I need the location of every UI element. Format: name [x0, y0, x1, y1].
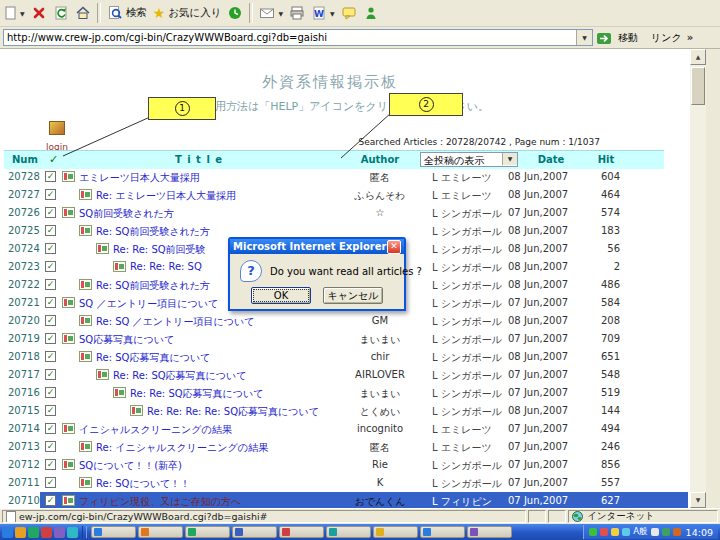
callout-2: 2	[389, 93, 463, 116]
quick-launch-icon[interactable]	[41, 527, 52, 538]
post-title-link[interactable]: Re: SQ ／エントリー項目について	[96, 315, 254, 329]
quick-launch-icon[interactable]	[15, 527, 26, 538]
post-icon	[130, 405, 143, 416]
links-label[interactable]: リンク	[651, 31, 682, 45]
row-checkbox[interactable]: ✓	[45, 387, 56, 398]
home-button[interactable]	[72, 3, 94, 23]
quick-launch-icon[interactable]	[67, 527, 78, 538]
row-checkbox[interactable]: ✓	[45, 405, 56, 416]
row-date: 08 Jun,2007	[508, 315, 568, 326]
row-author: まいまい	[330, 387, 430, 401]
print-button[interactable]	[286, 3, 308, 23]
tray-icon[interactable]	[589, 528, 597, 536]
post-title-link[interactable]: Re: Re: SQ応募写真について	[113, 369, 247, 383]
mail-button[interactable]: ▼	[256, 3, 286, 23]
globe-icon	[572, 511, 583, 522]
row-checkbox[interactable]: ✓	[45, 207, 56, 218]
post-title-link[interactable]: イニシャルスクリーニングの結果	[79, 423, 232, 437]
taskbar-button[interactable]	[467, 526, 512, 538]
post-title-link[interactable]: SQ ／エントリー項目について	[79, 297, 218, 311]
post-title-link[interactable]: Re: Re: Re: Re: SQ応募写真について	[147, 405, 319, 419]
row-checkbox[interactable]: ✓	[45, 171, 56, 182]
taskbar-button[interactable]	[138, 526, 183, 538]
ime-indicator[interactable]: A般	[633, 526, 647, 538]
post-title-link[interactable]: SQについて！！(新卒)	[79, 459, 182, 473]
discuss-button[interactable]	[338, 3, 360, 23]
post-title-link[interactable]: Re: イニシャルスクリーニングの結果	[96, 441, 268, 455]
taskbar-button[interactable]	[279, 526, 324, 538]
cancel-button[interactable]: キャンセル	[323, 287, 383, 304]
search-button[interactable]: 検索	[104, 3, 150, 23]
taskbar-button[interactable]	[326, 526, 371, 538]
post-title-link[interactable]: Re: Re: Re: SQ	[130, 261, 202, 272]
row-num: 20726	[8, 207, 40, 218]
links-overflow-chevron[interactable]: »	[687, 32, 693, 43]
scroll-up-button[interactable]: ▲	[690, 49, 706, 65]
post-title-link[interactable]: Re: SQ応募写真について	[96, 351, 210, 365]
row-checkbox[interactable]: ✓	[45, 297, 56, 308]
scroll-thumb[interactable]	[691, 67, 705, 105]
tray-icon[interactable]	[651, 528, 659, 536]
messenger-button[interactable]	[360, 3, 382, 23]
quick-launch-icon[interactable]	[54, 527, 65, 538]
row-checkbox[interactable]: ✓	[45, 333, 56, 344]
filter-select[interactable]: 全投稿の表示 ▼	[420, 152, 518, 167]
row-category: L シンガポール	[432, 243, 502, 257]
vertical-scrollbar[interactable]: ▲ ▼	[690, 49, 706, 508]
history-button[interactable]	[224, 3, 246, 23]
row-checkbox[interactable]: ✓	[45, 495, 56, 506]
post-title-link[interactable]: SQ前回受験された方	[79, 207, 174, 221]
scroll-down-button[interactable]: ▼	[690, 492, 706, 508]
taskbar-button[interactable]	[373, 526, 418, 538]
tray-icon[interactable]	[622, 528, 630, 536]
row-checkbox[interactable]: ✓	[45, 315, 56, 326]
tray-icon[interactable]	[673, 528, 681, 536]
stop-button[interactable]	[28, 3, 50, 23]
url-dropdown-button[interactable]: ▼	[576, 30, 592, 45]
post-title-link[interactable]: フィリピン現役、又はご存知の方へ	[79, 495, 241, 508]
post-title-link[interactable]: Re: SQ前回受験された方	[96, 279, 210, 293]
row-checkbox[interactable]: ✓	[45, 477, 56, 488]
quick-launch-icon[interactable]	[2, 527, 13, 538]
quick-launch-icon[interactable]	[28, 527, 39, 538]
url-input[interactable]: http://www.crew-jp.com/cgi-bin/CrazyWWWB…	[3, 29, 593, 46]
row-checkbox[interactable]: ✓	[45, 261, 56, 272]
page-dropdown-button[interactable]: ▼	[2, 4, 28, 22]
post-title-link[interactable]: Re: エミレーツ日本人大量採用	[96, 189, 236, 203]
app-icon	[235, 528, 243, 536]
post-title-link[interactable]: Re: SQ前回受験された方	[96, 225, 210, 239]
go-button[interactable]: 移動	[593, 28, 641, 48]
post-title-link[interactable]: Re: SQについて！！	[96, 477, 190, 491]
tray-icon[interactable]	[662, 528, 670, 536]
row-checkbox[interactable]: ✓	[45, 369, 56, 380]
dialog-titlebar[interactable]: Microsoft Internet Explorer ✕	[230, 239, 404, 254]
post-title-link[interactable]: SQ応募写真について	[79, 333, 174, 347]
row-category: L フィリピン	[432, 495, 492, 508]
row-checkbox[interactable]: ✓	[45, 189, 56, 200]
taskbar-button[interactable]	[420, 526, 465, 538]
row-checkbox[interactable]: ✓	[45, 441, 56, 452]
taskbar-button[interactable]	[91, 526, 136, 538]
row-checkbox[interactable]: ✓	[45, 351, 56, 362]
taskbar-button[interactable]	[185, 526, 230, 538]
refresh-button[interactable]	[50, 3, 72, 23]
close-icon[interactable]: ✕	[387, 240, 401, 254]
tray-icon[interactable]	[611, 528, 619, 536]
row-checkbox[interactable]: ✓	[45, 279, 56, 290]
row-checkbox[interactable]: ✓	[45, 459, 56, 470]
tray-icon[interactable]	[600, 528, 608, 536]
row-checkbox[interactable]: ✓	[45, 423, 56, 434]
question-icon: ?	[240, 260, 262, 282]
row-checkbox[interactable]: ✓	[45, 243, 56, 254]
post-title-link[interactable]: Re: Re: SQ応募写真について	[130, 387, 264, 401]
favorites-button[interactable]: ★ お気に入り	[150, 4, 225, 22]
post-title-link[interactable]: Re: Re: SQ前回受験	[113, 243, 206, 257]
post-icon	[62, 171, 75, 182]
taskbar-button[interactable]	[232, 526, 277, 538]
edit-button[interactable]: W ▼	[308, 3, 338, 23]
post-icon	[62, 495, 75, 506]
row-checkbox[interactable]: ✓	[45, 225, 56, 236]
post-title-link[interactable]: エミレーツ日本人大量採用	[79, 171, 200, 185]
ok-button[interactable]: OK	[251, 287, 311, 304]
row-author: まいまい	[330, 333, 430, 347]
